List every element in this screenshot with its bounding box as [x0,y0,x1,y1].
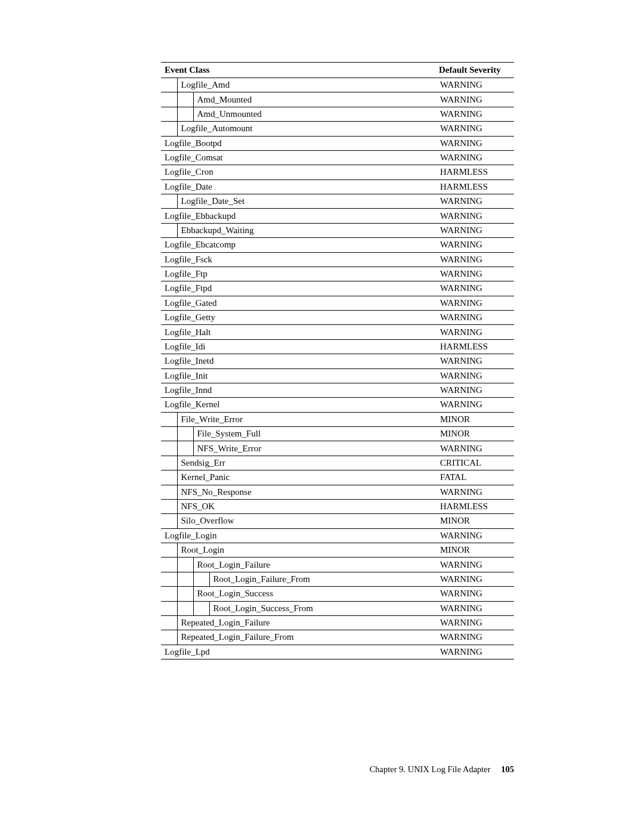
table-row: Root_Login_Failure_FromWARNING [161,572,514,586]
severity-value: HARMLESS [436,339,514,354]
table-row: Root_Login_SuccessWARNING [161,587,514,601]
event-class-name: NFS_No_Response [177,485,436,499]
page: Event Class Default Severity Logfile_Amd… [0,0,644,833]
table-row: Root_LoginMINOR [161,543,514,558]
severity-value: WARNING [436,630,514,645]
severity-value: WARNING [436,281,514,296]
severity-value: WARNING [436,209,514,223]
severity-value: WARNING [436,485,514,499]
table-row: Repeated_Login_FailureWARNING [161,615,514,630]
table-row: Logfile_EbbackupdWARNING [161,209,514,223]
table-row: Ebbackupd_WaitingWARNING [161,223,514,237]
indent-cell [161,223,177,237]
indent-cell [161,572,177,586]
event-class-name: Root_Login_Failure_From [209,572,436,586]
severity-value: CRITICAL [436,456,514,470]
indent-cell [177,572,193,586]
table-row: Amd_UnmountedWARNING [161,107,514,121]
event-class-name: Sendsig_Err [177,456,436,470]
indent-cell [161,543,177,558]
event-class-name: Repeated_Login_Failure_From [177,630,436,645]
table-row: Logfile_HaltWARNING [161,325,514,339]
indent-cell [193,601,209,615]
table-row: Logfile_EbcatcompWARNING [161,238,514,252]
table-row: Logfile_AmdWARNING [161,78,514,92]
table-row: Amd_MountedWARNING [161,92,514,107]
event-class-name: Logfile_Ftp [161,267,436,281]
table-row: NFS_Write_ErrorWARNING [161,441,514,456]
table-row: Logfile_ComsatWARNING [161,150,514,165]
severity-value: WARNING [436,325,514,339]
table-row: Silo_OverflowMINOR [161,514,514,528]
event-class-name: Kernel_Panic [177,470,436,485]
severity-value: HARMLESS [436,499,514,513]
indent-cell [161,78,177,92]
event-class-name: Logfile_Ebbackupd [161,209,436,223]
severity-value: WARNING [436,645,514,659]
indent-cell [177,92,193,107]
event-class-name: Logfile_Date [161,179,436,194]
table-row: Logfile_GatedWARNING [161,296,514,310]
event-class-name: Root_Login_Success_From [209,601,436,615]
event-class-name: Root_Login_Success [193,587,436,601]
indent-cell [161,441,177,456]
indent-cell [177,601,193,615]
event-class-name: Logfile_Getty [161,311,436,325]
indent-cell [193,572,209,586]
event-class-name: Logfile_Ebcatcomp [161,238,436,252]
severity-value: WARNING [436,252,514,267]
table-row: Logfile_LpdWARNING [161,645,514,659]
indent-cell [161,92,177,107]
footer-page-number: 105 [501,764,514,774]
table-row: Root_Login_Success_FromWARNING [161,601,514,615]
severity-value: WARNING [436,601,514,615]
indent-cell [161,601,177,615]
table-row: Kernel_PanicFATAL [161,470,514,485]
event-class-name: Logfile_Cron [161,165,436,179]
event-class-name: Logfile_Login [161,528,436,543]
table-row: Logfile_FtpdWARNING [161,281,514,296]
severity-value: WARNING [436,296,514,310]
table-row: Logfile_InndWARNING [161,383,514,397]
severity-value: WARNING [436,398,514,412]
event-class-name: Logfile_Amd [177,78,436,92]
event-class-name: Ebbackupd_Waiting [177,223,436,237]
severity-value: WARNING [436,92,514,107]
event-class-name: Logfile_Kernel [161,398,436,412]
severity-value: WARNING [436,238,514,252]
severity-value: WARNING [436,150,514,165]
indent-cell [161,630,177,645]
indent-cell [177,107,193,121]
indent-cell [161,615,177,630]
table-row: Logfile_InetdWARNING [161,354,514,368]
event-class-name: Logfile_Bootpd [161,136,436,150]
table-row: Logfile_CronHARMLESS [161,165,514,179]
header-event-class: Event Class [161,63,436,78]
event-class-name: Logfile_Idi [161,339,436,354]
event-class-name: Logfile_Comsat [161,150,436,165]
table-row: Logfile_Date_SetWARNING [161,194,514,209]
event-class-name: Logfile_Automount [177,122,436,136]
severity-value: WARNING [436,107,514,121]
table-row: Sendsig_ErrCRITICAL [161,456,514,470]
event-class-name: Amd_Unmounted [193,107,436,121]
indent-cell [161,412,177,426]
event-class-name: Logfile_Ftpd [161,281,436,296]
event-class-name: Logfile_Init [161,368,436,383]
table-row: Logfile_AutomountWARNING [161,122,514,136]
table-row: Logfile_IdiHARMLESS [161,339,514,354]
severity-value: WARNING [436,615,514,630]
event-class-name: Logfile_Halt [161,325,436,339]
event-class-name: Root_Login_Failure [193,558,436,572]
table-row: NFS_OKHARMLESS [161,499,514,513]
event-class-name: Logfile_Innd [161,383,436,397]
event-class-name: Root_Login [177,543,436,558]
table-header-row: Event Class Default Severity [161,63,514,78]
severity-value: WARNING [436,558,514,572]
severity-value: WARNING [436,572,514,586]
indent-cell [161,499,177,513]
severity-value: MINOR [436,412,514,426]
event-class-name: NFS_Write_Error [193,441,436,456]
event-class-name: Amd_Mounted [193,92,436,107]
table-row: Logfile_FtpWARNING [161,267,514,281]
